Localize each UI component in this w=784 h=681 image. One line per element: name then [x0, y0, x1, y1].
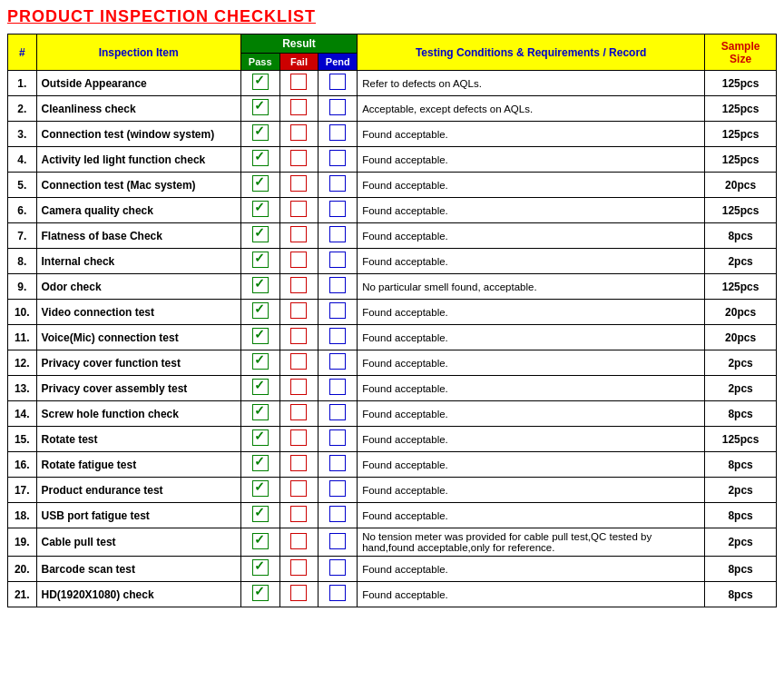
- row-sample: 8pcs: [705, 401, 777, 427]
- row-sample: 125pcs: [705, 96, 777, 122]
- row-pend: [318, 582, 358, 607]
- row-pass: [240, 274, 279, 300]
- row-sample: 20pcs: [705, 325, 777, 350]
- row-conditions: Found acceptable.: [358, 582, 705, 607]
- row-conditions: Found acceptable.: [358, 503, 705, 528]
- row-sample: 2pcs: [705, 528, 777, 557]
- row-sample: 8pcs: [705, 223, 777, 249]
- row-pend: [318, 223, 358, 249]
- row-fail: [279, 557, 318, 582]
- row-item: Privacy cover assembly test: [36, 376, 240, 401]
- row-fail: [279, 325, 318, 350]
- row-pend: [318, 122, 358, 147]
- row-pass: [240, 198, 279, 223]
- row-num: 14.: [8, 401, 37, 427]
- row-pend: [318, 401, 358, 427]
- header-fail: Fail: [279, 54, 318, 71]
- row-pend: [318, 325, 358, 350]
- row-num: 2.: [8, 96, 37, 122]
- row-pend: [318, 198, 358, 223]
- row-conditions: Found acceptable.: [358, 198, 705, 223]
- row-num: 9.: [8, 274, 37, 300]
- row-item: Product endurance test: [36, 478, 240, 503]
- row-pend: [318, 71, 358, 96]
- row-fail: [279, 528, 318, 557]
- row-num: 6.: [8, 198, 37, 223]
- row-sample: 125pcs: [705, 427, 777, 452]
- row-item: Outside Appearance: [36, 71, 240, 96]
- header-item: Inspection Item: [36, 35, 240, 71]
- row-pass: [240, 223, 279, 249]
- row-fail: [279, 122, 318, 147]
- table-row: 7.Flatness of base CheckFound acceptable…: [8, 223, 777, 249]
- row-conditions: Found acceptable.: [358, 401, 705, 427]
- row-num: 13.: [8, 376, 37, 401]
- row-fail: [279, 478, 318, 503]
- table-row: 6.Camera quality checkFound acceptable.1…: [8, 198, 777, 223]
- row-pass: [240, 478, 279, 503]
- row-sample: 20pcs: [705, 173, 777, 198]
- row-conditions: No particular smell found, acceptable.: [358, 274, 705, 300]
- row-sample: 125pcs: [705, 147, 777, 173]
- row-conditions: Found acceptable.: [358, 452, 705, 478]
- row-conditions: Found acceptable.: [358, 122, 705, 147]
- row-pend: [318, 528, 358, 557]
- row-pass: [240, 71, 279, 96]
- row-num: 7.: [8, 223, 37, 249]
- row-pend: [318, 274, 358, 300]
- table-row: 8.Internal checkFound acceptable.2pcs: [8, 249, 777, 274]
- table-row: 13.Privacy cover assembly testFound acce…: [8, 376, 777, 401]
- row-pass: [240, 452, 279, 478]
- row-pend: [318, 452, 358, 478]
- row-pass: [240, 582, 279, 607]
- row-conditions: Found acceptable.: [358, 325, 705, 350]
- header-result: Result: [240, 35, 357, 54]
- row-sample: 8pcs: [705, 452, 777, 478]
- row-fail: [279, 249, 318, 274]
- row-pass: [240, 122, 279, 147]
- row-pend: [318, 147, 358, 173]
- row-sample: 125pcs: [705, 198, 777, 223]
- row-pass: [240, 147, 279, 173]
- row-fail: [279, 300, 318, 325]
- row-fail: [279, 198, 318, 223]
- row-num: 15.: [8, 427, 37, 452]
- row-item: Rotate fatigue test: [36, 452, 240, 478]
- table-row: 15.Rotate testFound acceptable.125pcs: [8, 427, 777, 452]
- row-conditions: Found acceptable.: [358, 427, 705, 452]
- row-item: Cleanliness check: [36, 96, 240, 122]
- row-sample: 8pcs: [705, 557, 777, 582]
- row-item: USB port fatigue test: [36, 503, 240, 528]
- row-item: Connection test (window system): [36, 122, 240, 147]
- row-pend: [318, 557, 358, 582]
- header-num: #: [8, 35, 37, 71]
- row-conditions: Refer to defects on AQLs.: [358, 71, 705, 96]
- table-row: 9.Odor checkNo particular smell found, a…: [8, 274, 777, 300]
- row-conditions: Found acceptable.: [358, 147, 705, 173]
- table-row: 3.Connection test (window system)Found a…: [8, 122, 777, 147]
- row-sample: 125pcs: [705, 274, 777, 300]
- row-num: 8.: [8, 249, 37, 274]
- row-pend: [318, 478, 358, 503]
- table-row: 4.Activity led light function checkFound…: [8, 147, 777, 173]
- row-conditions: Found acceptable.: [358, 300, 705, 325]
- row-fail: [279, 147, 318, 173]
- row-item: Cable pull test: [36, 528, 240, 557]
- row-pass: [240, 557, 279, 582]
- row-sample: 2pcs: [705, 350, 777, 376]
- row-sample: 125pcs: [705, 71, 777, 96]
- row-num: 1.: [8, 71, 37, 96]
- row-fail: [279, 71, 318, 96]
- row-fail: [279, 274, 318, 300]
- table-row: 20.Barcode scan testFound acceptable.8pc…: [8, 557, 777, 582]
- table-row: 10.Video connection testFound acceptable…: [8, 300, 777, 325]
- row-item: Voice(Mic) connection test: [36, 325, 240, 350]
- row-conditions: Found acceptable.: [358, 173, 705, 198]
- row-conditions: Found acceptable.: [358, 350, 705, 376]
- row-conditions: Acceptable, except defects on AQLs.: [358, 96, 705, 122]
- row-pass: [240, 325, 279, 350]
- row-pend: [318, 503, 358, 528]
- row-fail: [279, 427, 318, 452]
- row-fail: [279, 96, 318, 122]
- row-fail: [279, 582, 318, 607]
